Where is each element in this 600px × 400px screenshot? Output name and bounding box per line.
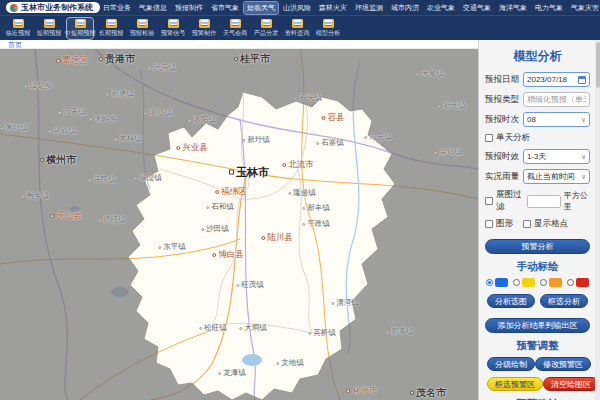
content: 首页 bbox=[0, 40, 600, 400]
document-icon bbox=[323, 19, 334, 28]
forecast-date-input[interactable]: 2023/07/18 bbox=[523, 72, 590, 87]
top-nav-bar: 玉林市业务制作系统 日常业务气象信息预报制作省市气象短临天气山洪风险森林火灾环境… bbox=[0, 0, 600, 15]
top-nav-item-9[interactable]: 农业气象 bbox=[424, 2, 458, 14]
top-nav-item-0[interactable]: 日常业务 bbox=[100, 2, 134, 14]
forecast-type-label: 预报类型 bbox=[485, 94, 523, 106]
toolbar-item-label: 预警信号 bbox=[161, 29, 186, 38]
toolbar-item-2[interactable]: 中短期预报 bbox=[66, 17, 94, 40]
toolbar-item-label: 短期预报 bbox=[37, 29, 62, 38]
single-day-label: 单天分析 bbox=[496, 132, 530, 144]
panel-scrollbar bbox=[595, 40, 600, 400]
top-nav-items: 日常业务气象信息预报制作省市气象短临天气山洪风险森林火灾环境监测城市内涝农业气象… bbox=[100, 2, 600, 14]
forecast-period-value: 1-3天 bbox=[527, 151, 581, 162]
graphic-label: 图形 bbox=[496, 218, 513, 230]
app-logo[interactable]: 玉林市业务制作系统 bbox=[6, 2, 100, 13]
document-icon bbox=[75, 19, 86, 28]
top-nav-item-2[interactable]: 预报制作 bbox=[172, 2, 206, 14]
toolbar-item-10[interactable]: 模型分析 bbox=[314, 18, 342, 39]
top-nav-item-1[interactable]: 气象信息 bbox=[136, 2, 170, 14]
radio-yellow[interactable] bbox=[513, 279, 520, 286]
map-column: 首页 bbox=[0, 40, 478, 400]
forecast-type-value: 精细化预报（单天） bbox=[527, 94, 586, 105]
document-icon bbox=[106, 19, 117, 28]
chevron-down-icon: ∨ bbox=[581, 173, 586, 181]
document-icon bbox=[199, 19, 210, 28]
top-nav-item-11[interactable]: 海洋气象 bbox=[496, 2, 530, 14]
top-nav-item-7[interactable]: 环境监测 bbox=[352, 2, 386, 14]
forecast-time-value: 08 bbox=[527, 115, 581, 124]
map-canvas[interactable] bbox=[0, 49, 478, 400]
radio-blue[interactable] bbox=[486, 279, 493, 286]
warning-analyze-button[interactable]: 预警分析 bbox=[485, 239, 590, 254]
toolbar-item-7[interactable]: 天气会商 bbox=[221, 18, 249, 39]
document-icon bbox=[261, 19, 272, 28]
toolbar-item-1[interactable]: 短期预报 bbox=[35, 18, 63, 39]
top-nav-item-12[interactable]: 电力气象 bbox=[532, 2, 566, 14]
area-filter-input[interactable] bbox=[527, 195, 561, 208]
color-swatch-red[interactable] bbox=[567, 278, 589, 287]
toolbar-item-8[interactable]: 产品分发 bbox=[252, 18, 280, 39]
show-grid-label: 显示格点 bbox=[534, 218, 568, 230]
toolbar-item-label: 预警制作 bbox=[192, 29, 217, 38]
box-select-analysis-button[interactable]: 框选分析 bbox=[540, 294, 588, 308]
toolbar-item-0[interactable]: 临近预报 bbox=[4, 18, 32, 39]
chevron-down-icon: ∨ bbox=[581, 153, 586, 161]
chevron-down-icon: ∨ bbox=[581, 116, 586, 124]
toolbar-item-label: 资料查询 bbox=[285, 29, 310, 38]
toolbar-item-4[interactable]: 预报检验 bbox=[128, 18, 156, 39]
top-nav-item-5[interactable]: 山洪风险 bbox=[280, 2, 314, 14]
radio-orange[interactable] bbox=[540, 279, 547, 286]
breadcrumb-home-link[interactable]: 首页 bbox=[8, 41, 22, 48]
color-swatch-orange[interactable] bbox=[540, 278, 562, 287]
toolbar-item-3[interactable]: 长期预报 bbox=[97, 18, 125, 39]
single-day-checkbox[interactable] bbox=[485, 134, 493, 142]
color-chip-blue bbox=[495, 278, 508, 287]
clear-draw-area-button[interactable]: 清空绘图区 bbox=[543, 377, 599, 391]
observed-rain-select[interactable]: 截止当前时间 ∨ bbox=[523, 169, 590, 184]
level-draw-button[interactable]: 分级绘制 bbox=[487, 357, 535, 371]
calendar-icon[interactable] bbox=[578, 76, 586, 84]
forecast-period-select[interactable]: 1-3天 ∨ bbox=[523, 149, 590, 164]
forecast-period-label: 预报时效 bbox=[485, 151, 523, 163]
color-swatch-yellow[interactable] bbox=[513, 278, 535, 287]
box-select-warning-area-button[interactable]: 框选预警区 bbox=[487, 377, 543, 391]
toolbar-item-label: 天气会商 bbox=[223, 29, 248, 38]
toolbar-item-label: 产品分发 bbox=[254, 29, 279, 38]
forecast-time-label: 预报时次 bbox=[485, 114, 523, 126]
warning-adjust-title: 预警调整 bbox=[485, 339, 590, 353]
forecast-date-value: 2023/07/18 bbox=[527, 75, 578, 84]
top-nav-item-10[interactable]: 交通气象 bbox=[460, 2, 494, 14]
show-grid-checkbox[interactable] bbox=[523, 220, 531, 228]
graphic-checkbox[interactable] bbox=[485, 220, 493, 228]
panel-scrollbar-thumb[interactable] bbox=[596, 42, 600, 88]
observed-rain-value: 截止当前时间 bbox=[527, 171, 581, 182]
document-icon bbox=[137, 19, 148, 28]
color-chip-orange bbox=[549, 278, 562, 287]
top-nav-item-4[interactable]: 短临天气 bbox=[244, 2, 278, 14]
top-nav-item-8[interactable]: 城市内涝 bbox=[388, 2, 422, 14]
forecast-type-input[interactable]: 精细化预报（单天） bbox=[523, 92, 590, 107]
document-icon bbox=[292, 19, 303, 28]
document-icon bbox=[230, 19, 241, 28]
panel-title: 模型分析 bbox=[485, 48, 590, 65]
analysis-select-button[interactable]: 分析选图 bbox=[487, 294, 535, 308]
toolbar-item-9[interactable]: 资料查询 bbox=[283, 18, 311, 39]
map-container[interactable]: 贵港市桂平市覃塘区武乐镇大黎镇镇龙乡新塘镇石头镇新地镇云表镇湛江镇容县大岭乡洛阳… bbox=[0, 49, 478, 400]
radio-red[interactable] bbox=[567, 279, 574, 286]
toolbar-item-6[interactable]: 预警制作 bbox=[190, 18, 218, 39]
color-chip-yellow bbox=[522, 278, 535, 287]
color-swatch-blue[interactable] bbox=[486, 278, 508, 287]
top-nav-item-6[interactable]: 森林火灾 bbox=[316, 2, 350, 14]
document-icon bbox=[168, 19, 179, 28]
color-swatches bbox=[486, 278, 589, 287]
globe-icon bbox=[10, 4, 18, 12]
area-filter-checkbox[interactable] bbox=[485, 197, 493, 205]
area-filter-label: 展图过滤 bbox=[496, 189, 524, 213]
modify-warning-area-button[interactable]: 修改预警区 bbox=[535, 357, 591, 371]
add-result-to-output-button[interactable]: 添加分析结果到输出区 bbox=[485, 318, 590, 333]
document-icon bbox=[13, 19, 24, 28]
top-nav-item-13[interactable]: 气象灾害 bbox=[568, 2, 600, 14]
toolbar-item-5[interactable]: 预警信号 bbox=[159, 18, 187, 39]
forecast-time-select[interactable]: 08 ∨ bbox=[523, 112, 590, 127]
top-nav-item-3[interactable]: 省市气象 bbox=[208, 2, 242, 14]
